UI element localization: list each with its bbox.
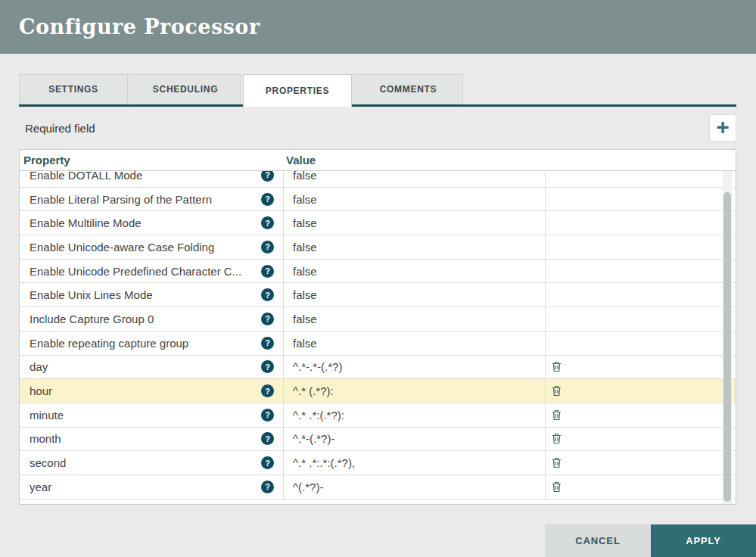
table-row[interactable]: Enable Unix Lines Mode ? false xyxy=(20,283,736,307)
delete-property-icon[interactable] xyxy=(552,433,562,444)
property-value: ^.*-(.*?)- xyxy=(293,432,334,445)
property-value-cell[interactable]: ^.*-.*-(.*?) xyxy=(283,356,546,379)
property-value-cell[interactable]: ^.* (.*?): xyxy=(283,379,546,403)
add-property-button[interactable]: + xyxy=(709,114,736,142)
table-row[interactable]: Enable Literal Parsing of the Pattern ? … xyxy=(20,188,736,212)
row-actions-cell xyxy=(546,403,736,427)
cancel-button[interactable]: CANCEL xyxy=(545,524,651,557)
delete-property-icon[interactable] xyxy=(552,457,562,468)
delete-property-icon[interactable] xyxy=(552,409,562,421)
property-name: Enable repeating capture group xyxy=(30,337,188,350)
row-actions-cell xyxy=(546,283,736,307)
property-name-cell: Enable Unix Lines Mode ? xyxy=(20,283,283,307)
configure-processor-dialog: Configure Processor SETTINGS SCHEDULING … xyxy=(0,0,756,557)
help-icon[interactable]: ? xyxy=(261,241,274,254)
tab-settings[interactable]: SETTINGS xyxy=(19,74,128,104)
property-name: day xyxy=(30,360,48,373)
table-row[interactable]: month ? ^.*-(.*?)- xyxy=(20,428,736,452)
property-value-cell[interactable]: false xyxy=(283,307,546,331)
row-actions-cell xyxy=(546,379,736,403)
help-icon[interactable]: ? xyxy=(261,360,274,373)
table-header-row: Property Value xyxy=(20,150,736,171)
property-value: false xyxy=(293,313,317,325)
help-icon[interactable]: ? xyxy=(261,288,274,301)
property-value-cell[interactable]: false xyxy=(283,331,546,355)
property-name: minute xyxy=(30,409,64,422)
row-actions-cell xyxy=(546,211,736,235)
table-row[interactable]: Enable DOTALL Mode ? false xyxy=(20,171,736,188)
property-value-cell[interactable]: ^.* .*:.*:(.*?), xyxy=(283,451,546,475)
property-name-cell: Enable Multiline Mode ? xyxy=(20,211,283,235)
row-actions-cell xyxy=(546,307,736,331)
scrollbar-thumb[interactable] xyxy=(723,192,731,502)
property-value-cell[interactable]: false xyxy=(283,211,546,235)
property-value-cell[interactable]: ^.*-(.*?)- xyxy=(283,428,546,451)
help-icon[interactable]: ? xyxy=(261,432,274,445)
row-actions-cell xyxy=(546,356,736,379)
property-value-cell[interactable]: false xyxy=(283,283,546,307)
property-value-cell[interactable]: ^(.*?)- xyxy=(283,475,546,499)
help-icon[interactable]: ? xyxy=(261,384,274,397)
delete-property-icon[interactable] xyxy=(552,361,562,372)
tab-comments[interactable]: COMMENTS xyxy=(353,74,463,104)
property-name: second xyxy=(30,456,66,469)
help-icon[interactable]: ? xyxy=(261,265,274,278)
table-row[interactable]: Enable repeating capture group ? false xyxy=(20,331,736,356)
property-value-cell[interactable]: false xyxy=(283,260,546,283)
help-icon[interactable]: ? xyxy=(261,193,274,206)
property-name-cell: month ? xyxy=(20,428,283,451)
property-value: false xyxy=(293,265,317,278)
help-icon[interactable]: ? xyxy=(261,216,274,229)
help-icon[interactable]: ? xyxy=(261,456,274,469)
property-name-cell: Enable DOTALL Mode ? xyxy=(20,171,283,187)
apply-button[interactable]: APPLY xyxy=(651,524,756,557)
property-name-cell: Include Capture Group 0 ? xyxy=(20,307,283,331)
property-name-cell: second ? xyxy=(20,451,283,475)
property-name-cell: day ? xyxy=(20,356,283,379)
property-name: Enable Literal Parsing of the Pattern xyxy=(30,193,212,206)
property-value-cell[interactable]: false xyxy=(283,235,546,259)
table-row[interactable]: hour ? ^.* (.*?): xyxy=(20,379,736,403)
property-name-cell: Enable Unicode Predefined Character C...… xyxy=(20,260,283,283)
tab-scheduling[interactable]: SCHEDULING xyxy=(129,74,241,104)
row-actions-cell xyxy=(546,428,736,451)
property-value-cell[interactable]: false xyxy=(283,171,546,187)
delete-property-icon[interactable] xyxy=(552,385,562,397)
table-row[interactable]: Enable Unicode Predefined Character C...… xyxy=(20,260,736,284)
table-row[interactable]: Enable Multiline Mode ? false xyxy=(20,211,736,235)
property-name-cell: minute ? xyxy=(20,403,283,427)
property-value-cell[interactable]: false xyxy=(283,188,546,211)
property-name: Enable Unicode Predefined Character C... xyxy=(30,265,241,278)
table-row[interactable]: Enable Unicode-aware Case Folding ? fals… xyxy=(20,235,736,260)
table-row[interactable]: Include Capture Group 0 ? false xyxy=(20,307,736,331)
help-icon[interactable]: ? xyxy=(261,481,274,493)
tab-properties[interactable]: PROPERTIES xyxy=(243,74,352,107)
properties-table: Property Value Enable DOTALL Mode ? fals… xyxy=(19,149,736,505)
delete-property-icon[interactable] xyxy=(552,481,562,493)
property-column-header: Property xyxy=(20,154,283,166)
row-actions-cell xyxy=(546,235,736,259)
property-value: false xyxy=(293,288,317,301)
property-name: month xyxy=(30,432,61,445)
table-row[interactable]: minute ? ^.* .*:(.*?): xyxy=(20,403,736,428)
property-name: Enable Multiline Mode xyxy=(30,216,142,229)
table-row[interactable]: second ? ^.* .*:.*:(.*?), xyxy=(20,451,736,475)
scrollbar-track[interactable] xyxy=(723,171,732,504)
row-actions-cell xyxy=(546,475,736,499)
property-value: false xyxy=(293,337,317,350)
property-rows: Enable DOTALL Mode ? false Enable Litera… xyxy=(20,171,736,499)
property-name-cell: year ? xyxy=(20,475,283,499)
property-value: false xyxy=(293,216,317,229)
value-column-header: Value xyxy=(283,154,736,166)
help-icon[interactable]: ? xyxy=(261,337,274,350)
property-value-cell[interactable]: ^.* .*:(.*?): xyxy=(283,403,546,427)
table-row[interactable]: year ? ^(.*?)- xyxy=(20,475,736,499)
property-value: false xyxy=(293,171,317,182)
help-icon[interactable]: ? xyxy=(261,171,274,182)
property-value: ^.*-.*-(.*?) xyxy=(293,360,342,373)
property-name: Include Capture Group 0 xyxy=(30,313,154,325)
help-icon[interactable]: ? xyxy=(261,409,274,422)
table-row[interactable]: day ? ^.*-.*-(.*?) xyxy=(20,356,736,380)
tab-bar: SETTINGS SCHEDULING PROPERTIES COMMENTS xyxy=(19,74,736,107)
help-icon[interactable]: ? xyxy=(261,313,274,325)
